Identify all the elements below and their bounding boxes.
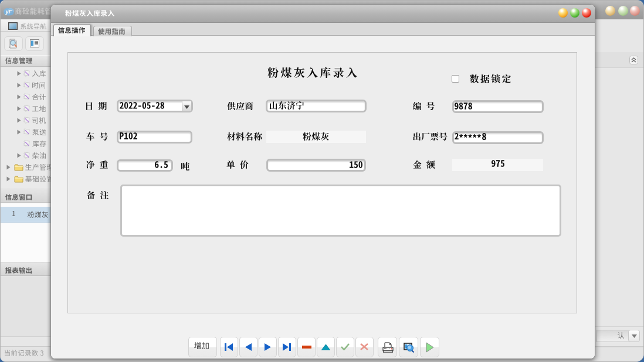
svg-text:yF: yF [5,9,12,15]
